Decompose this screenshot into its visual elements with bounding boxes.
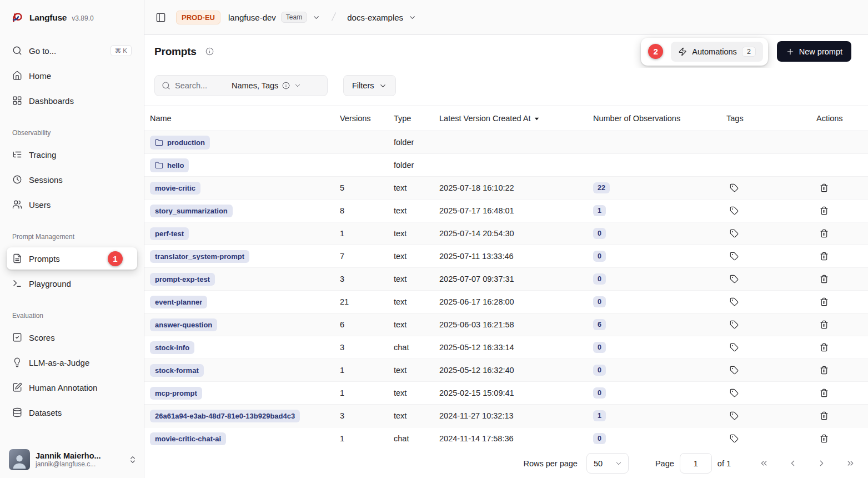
table-row[interactable]: answer-question 6 text 2025-06-03 16:21:…	[144, 313, 868, 336]
tag-button[interactable]	[726, 271, 742, 287]
prompt-name-badge[interactable]: stock-info	[150, 341, 194, 354]
section-title-prompt-management: Prompt Management	[12, 233, 132, 241]
delete-prompt-button[interactable]	[816, 180, 832, 196]
delete-prompt-button[interactable]	[816, 408, 832, 424]
delete-prompt-button[interactable]	[816, 385, 832, 401]
tag-button[interactable]	[726, 203, 742, 218]
sidebar-toggle-button[interactable]	[153, 10, 168, 25]
delete-prompt-button[interactable]	[816, 226, 832, 241]
delete-prompt-button[interactable]	[816, 317, 832, 332]
table-row[interactable]: movie-critic-chat-ai 1 chat 2024-11-14 1…	[144, 427, 868, 449]
sidebar-item-human-annotation[interactable]: Human Annotation	[7, 376, 137, 399]
user-email: jannik@langfuse.c...	[36, 460, 123, 468]
page-info-button[interactable]	[205, 47, 214, 56]
sidebar-item-datasets[interactable]: Datasets	[7, 401, 137, 424]
cell-type: text	[388, 206, 434, 215]
table-row[interactable]: production folder	[144, 131, 868, 154]
table-row[interactable]: perf-test 1 text 2025-07-14 20:54:30 0	[144, 222, 868, 245]
table-row[interactable]: movie-critic 5 text 2025-07-18 16:10:22 …	[144, 177, 868, 200]
prompt-name-badge[interactable]: translator_system-prompt	[150, 250, 249, 263]
sidebar-item-dashboards[interactable]: Dashboards	[7, 89, 137, 112]
table-row[interactable]: stock-format 1 text 2025-05-12 16:32:40 …	[144, 359, 868, 382]
page-number-input[interactable]	[680, 453, 712, 474]
database-icon	[12, 407, 22, 417]
sidebar-item-prompts[interactable]: Prompts 1	[7, 247, 137, 270]
sidebar-item-tracing[interactable]: Tracing	[7, 143, 137, 166]
goto-button[interactable]: Go to... ⌘ K	[7, 39, 137, 62]
cell-type: folder	[388, 138, 434, 147]
delete-prompt-button[interactable]	[816, 431, 832, 446]
prompt-name-badge[interactable]: perf-test	[150, 227, 189, 240]
tag-button[interactable]	[726, 431, 742, 446]
main-content: PROD-EU langfuse-dev Team docs-examples …	[144, 0, 868, 478]
delete-prompt-button[interactable]	[816, 271, 832, 287]
prompt-name-badge[interactable]: answer-question	[150, 318, 217, 331]
project-switcher[interactable]: docs-examples	[347, 13, 417, 22]
cell-actions	[811, 317, 868, 332]
prompt-name-badge[interactable]: hello	[150, 158, 189, 172]
prompt-name-badge[interactable]: movie-critic-chat-ai	[150, 432, 226, 445]
prompt-name-badge[interactable]: production	[150, 136, 210, 150]
table-row[interactable]: 26a61a94-e3ab-48d7-81e0-13b929bad4c3 3 t…	[144, 405, 868, 427]
new-prompt-button[interactable]: New prompt	[777, 41, 851, 62]
cell-actions	[811, 340, 868, 355]
tag-button[interactable]	[726, 180, 742, 196]
tag-button[interactable]	[726, 317, 742, 332]
cell-actions	[811, 294, 868, 310]
tag-button[interactable]	[726, 408, 742, 424]
tag-button[interactable]	[726, 340, 742, 355]
tag-button[interactable]	[726, 248, 742, 264]
cell-observations: 1	[588, 410, 721, 422]
table-row[interactable]: mcp-prompt 1 text 2025-02-15 15:09:41 0	[144, 382, 868, 405]
table-row[interactable]: translator_system-prompt 7 text 2025-07-…	[144, 245, 868, 268]
prompt-name-badge[interactable]: movie-critic	[150, 182, 200, 195]
user-menu[interactable]: Jannik Maierho... jannik@langfuse.c...	[0, 442, 144, 478]
rows-per-page-select[interactable]: 50	[586, 453, 629, 474]
table-row[interactable]: event-planner 21 text 2025-06-17 16:28:0…	[144, 291, 868, 313]
tag-button[interactable]	[726, 226, 742, 241]
organization-switcher[interactable]: langfuse-dev Team	[228, 12, 320, 23]
cell-name: story_summarization	[144, 205, 334, 217]
sidebar-item-scores[interactable]: Scores	[7, 326, 137, 348]
prompt-name-badge[interactable]: event-planner	[150, 296, 207, 308]
delete-prompt-button[interactable]	[816, 340, 832, 355]
prompt-name-badge[interactable]: mcp-prompt	[150, 387, 202, 400]
table-row[interactable]: story_summarization 8 text 2025-07-17 16…	[144, 200, 868, 222]
tag-button[interactable]	[726, 385, 742, 401]
delete-prompt-button[interactable]	[816, 362, 832, 378]
sidebar-item-llm-as-a-judge[interactable]: LLM-as-a-Judge	[7, 351, 137, 374]
sidebar-item-sessions[interactable]: Sessions	[7, 168, 137, 191]
table-row[interactable]: hello folder	[144, 154, 868, 177]
sidebar-item-home[interactable]: Home	[7, 64, 137, 87]
prompt-name-badge[interactable]: 26a61a94-e3ab-48d7-81e0-13b929bad4c3	[150, 410, 300, 422]
last-page-button[interactable]	[842, 455, 859, 472]
delete-prompt-button[interactable]	[816, 294, 832, 310]
prompt-name-badge[interactable]: story_summarization	[150, 205, 233, 217]
search-input[interactable]	[175, 81, 226, 90]
chevron-left-icon	[788, 459, 797, 468]
table-row[interactable]: prompt-exp-test 3 text 2025-07-07 09:37:…	[144, 268, 868, 291]
tag-button[interactable]	[726, 294, 742, 310]
automations-button[interactable]: Automations 2	[671, 42, 763, 62]
automations-highlight: 2 Automations 2	[641, 38, 768, 66]
zap-icon	[678, 47, 687, 56]
column-header-created-at[interactable]: Latest Version Created At	[434, 114, 588, 123]
sidebar-item-playground[interactable]: Playground	[7, 272, 137, 295]
first-page-button[interactable]	[755, 455, 772, 472]
filters-button[interactable]: Filters	[343, 75, 396, 96]
next-page-button[interactable]	[813, 455, 830, 472]
previous-page-button[interactable]	[784, 455, 801, 472]
prompt-name-badge[interactable]: stock-format	[150, 364, 204, 377]
organization-name: langfuse-dev	[228, 13, 276, 22]
tag-icon	[730, 206, 739, 215]
search-scope-dropdown[interactable]: Names, Tags	[232, 81, 302, 90]
delete-prompt-button[interactable]	[816, 248, 832, 264]
tag-button[interactable]	[726, 362, 742, 378]
grid-icon	[12, 96, 22, 106]
table-row[interactable]: stock-info 3 chat 2025-05-12 16:33:14 0	[144, 336, 868, 359]
prompt-name-badge[interactable]: prompt-exp-test	[150, 273, 215, 286]
trash-icon	[820, 366, 829, 375]
delete-prompt-button[interactable]	[816, 203, 832, 218]
file-text-icon	[12, 253, 22, 263]
sidebar-item-users[interactable]: Users	[7, 193, 137, 216]
